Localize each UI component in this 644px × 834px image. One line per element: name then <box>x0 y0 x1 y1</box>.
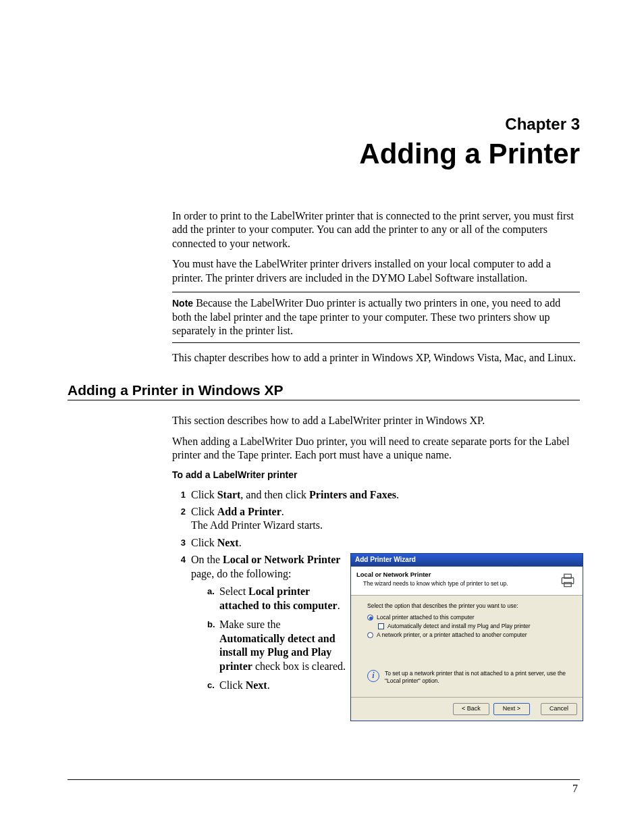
section-heading: Adding a Printer in Windows XP <box>68 382 580 400</box>
step-4: 4 On the Local or Network Printer page, … <box>172 553 580 721</box>
svg-rect-2 <box>564 583 572 587</box>
step-text: Click <box>191 537 217 548</box>
substep-text: Make sure the <box>219 619 281 630</box>
wizard-body: Select the option that describes the pri… <box>351 596 583 697</box>
step-number: 4 <box>172 553 186 566</box>
step-text: The Add Printer Wizard starts. <box>191 519 323 531</box>
section-body: This section describes how to add a Labe… <box>172 414 580 721</box>
checkbox-icon <box>378 623 384 629</box>
note-label: Note <box>172 298 193 309</box>
substep-list: a. Select Local printer attached to this… <box>191 585 346 692</box>
task-heading: To add a LabelWriter printer <box>172 469 580 481</box>
section-paragraph-1: This section describes how to add a Labe… <box>172 414 580 427</box>
step-text: , and then click <box>240 489 309 500</box>
step-text: page, do the following: <box>191 568 291 579</box>
step-number: 1 <box>172 488 186 501</box>
step-text: . <box>281 506 284 517</box>
wizard-prompt: Select the option that describes the pri… <box>367 602 570 610</box>
substep-text: Click <box>219 679 246 691</box>
wizard-header-title: Local or Network Printer <box>356 571 554 579</box>
substep-c: c. Click Next. <box>207 679 346 692</box>
substep-bold: Next <box>246 679 267 691</box>
step-text: . <box>239 537 242 548</box>
step-list: 1 Click Start, and then click Printers a… <box>172 488 580 721</box>
cancel-button[interactable]: Cancel <box>541 703 577 715</box>
printer-icon <box>558 571 577 590</box>
radio-network-printer[interactable]: A network printer, or a printer attached… <box>367 631 570 639</box>
checkbox-auto-detect[interactable]: Automatically detect and install my Plug… <box>367 623 570 630</box>
chapter-label: Chapter 3 <box>68 115 580 134</box>
step-number: 3 <box>172 536 186 549</box>
radio-icon <box>367 615 373 621</box>
wizard-header-subtitle: The wizard needs to know which type of p… <box>356 580 554 588</box>
step-text: On the <box>191 554 223 565</box>
substep-text: . <box>338 600 340 611</box>
radio-label: Local printer attached to this computer <box>377 614 475 621</box>
page-number: 7 <box>572 783 578 795</box>
step-2: 2 Click Add a Printer. The Add Printer W… <box>172 505 580 533</box>
wizard-footer: < Back Next > Cancel <box>351 697 583 721</box>
substep-text: Select <box>219 585 248 597</box>
next-button[interactable]: Next > <box>493 703 530 715</box>
intro-paragraph-1: In order to print to the LabelWriter pri… <box>172 209 580 251</box>
note-text: Because the LabelWriter Duo printer is a… <box>172 297 560 336</box>
after-note-paragraph: This chapter describes how to add a prin… <box>172 351 580 365</box>
info-icon: i <box>367 670 379 682</box>
checkbox-label: Automatically detect and install my Plug… <box>387 623 531 630</box>
step-bold: Add a Printer <box>217 506 281 517</box>
wizard-titlebar: Add Printer Wizard <box>351 554 583 567</box>
step-bold: Next <box>217 537 239 548</box>
step-bold: Local or Network Printer <box>223 554 340 565</box>
intro-paragraph-2: You must have the LabelWriter printer dr… <box>172 257 580 285</box>
chapter-title: Adding a Printer <box>68 138 580 170</box>
step-1: 1 Click Start, and then click Printers a… <box>172 488 580 502</box>
substep-letter: c. <box>207 679 219 692</box>
radio-local-printer[interactable]: Local printer attached to this computer <box>367 614 570 621</box>
note-box: Note Because the LabelWriter Duo printer… <box>172 292 580 342</box>
substep-text: . <box>267 679 270 691</box>
step-bold: Start <box>217 489 241 500</box>
radio-label: A network printer, or a printer attached… <box>377 631 527 639</box>
substep-b: b. Make sure the Automatically detect an… <box>207 618 346 673</box>
section-paragraph-2: When adding a LabelWriter Duo printer, y… <box>172 435 580 463</box>
footer-rule <box>68 779 580 780</box>
wizard-info-text: To set up a network printer that is not … <box>385 670 570 685</box>
substep-a: a. Select Local printer attached to this… <box>207 585 346 613</box>
intro-block: In order to print to the LabelWriter pri… <box>172 209 580 365</box>
back-button[interactable]: < Back <box>453 703 489 715</box>
step-3: 3 Click Next. <box>172 536 580 550</box>
document-page: Chapter 3 Adding a Printer In order to p… <box>0 0 644 721</box>
wizard-dialog: Add Printer Wizard Local or Network Prin… <box>350 553 583 721</box>
step-number: 2 <box>172 505 186 518</box>
radio-icon <box>367 632 373 638</box>
substep-letter: a. <box>207 585 219 613</box>
wizard-header: Local or Network Printer The wizard need… <box>351 567 583 596</box>
step-text: Click <box>191 489 217 500</box>
step-bold: Printers and Faxes <box>309 489 396 500</box>
substep-letter: b. <box>207 618 219 673</box>
wizard-info-row: i To set up a network printer that is no… <box>367 670 570 685</box>
substep-text: check box is cleared. <box>252 660 346 672</box>
step-text: Click <box>191 506 217 517</box>
step-text: . <box>396 489 399 500</box>
